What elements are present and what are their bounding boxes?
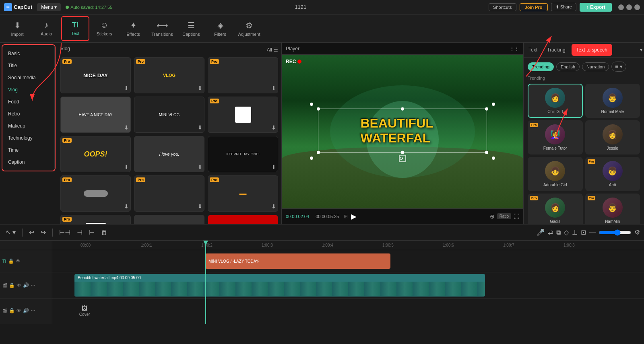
close-button[interactable] (634, 4, 640, 10)
export-button[interactable]: ↑ Export (580, 3, 612, 12)
playhead[interactable] (205, 241, 206, 324)
cover-button[interactable]: 🖼 Cover (74, 305, 95, 317)
download-icon[interactable]: ⬇ (271, 85, 276, 91)
voice-female-tutor[interactable]: Pro 👩‍🏫 Female Tutor (528, 120, 583, 154)
sidebar-item-vlog[interactable]: Vlog (2, 84, 54, 96)
template-item-5[interactable]: MINI VLOG ⬇ (134, 97, 204, 133)
handle-tm[interactable] (401, 107, 404, 111)
join-pro-button[interactable]: Join Pro (520, 3, 548, 11)
download-icon[interactable]: ⬇ (198, 203, 202, 210)
screenshot-button[interactable]: ⊕ (490, 213, 495, 220)
video-track-more[interactable]: ⋯ (31, 282, 35, 288)
video-track-visibility[interactable]: 👁 (17, 282, 21, 288)
tool-transitions[interactable]: ⟷ Transitions (148, 16, 176, 41)
settings-button[interactable]: ⚙ (634, 229, 640, 236)
template-item-13[interactable]: Pro ⬇ (60, 215, 131, 224)
minimize-button[interactable] (618, 4, 624, 10)
template-item-8[interactable]: I love you. ⬇ (134, 136, 204, 172)
maximize-button[interactable] (626, 4, 632, 10)
tool-audio[interactable]: ♪ Audio (32, 16, 60, 41)
tool-effects[interactable]: ✦ Effects (119, 16, 147, 41)
sidebar-item-retro[interactable]: Retro (2, 108, 54, 120)
trim-left-button[interactable]: ⊣ (75, 228, 84, 237)
delete-button[interactable]: 🗑 (99, 228, 109, 237)
layer-button[interactable]: ⧉ (556, 229, 561, 236)
outer-handle-tr[interactable] (492, 103, 495, 106)
link-button[interactable]: ⇄ (548, 229, 553, 236)
download-icon[interactable]: ⬇ (198, 85, 202, 91)
template-item-15[interactable]: ⬇ (208, 215, 278, 224)
handle-tr[interactable] (485, 107, 488, 111)
menu-button[interactable]: Menu ▾ (37, 3, 61, 11)
tool-captions[interactable]: ☰ Captions (177, 16, 205, 41)
template-item-11[interactable]: Pro ⬇ (134, 175, 204, 212)
cover-track-lock[interactable]: 🔒 (9, 308, 15, 313)
cover-track-audio[interactable]: 🔊 (23, 308, 29, 313)
handle-tl[interactable] (317, 107, 320, 111)
download-icon[interactable]: ⬇ (124, 164, 129, 170)
shortcuts-button[interactable]: Shortcuts (489, 3, 516, 11)
voice-jessie[interactable]: 👩 Jessie (585, 120, 640, 154)
download-icon[interactable]: ⬇ (198, 124, 202, 131)
template-item-14[interactable]: WEEK IN MY LIFEDaily vlog ⬇ (134, 215, 204, 224)
all-filter[interactable]: All ☰ (267, 47, 278, 53)
voice-normal-male[interactable]: 👨 Normal Male (585, 84, 640, 118)
download-icon[interactable]: ⬇ (124, 124, 129, 131)
text-track-visibility[interactable]: 👁 (16, 258, 21, 264)
more-options-icon[interactable]: ⋮⋮ (510, 46, 519, 51)
template-item-7[interactable]: Pro OOPS! ⬇ (60, 136, 131, 172)
keyframe-button[interactable]: ◇ (564, 229, 569, 236)
cover-track-more[interactable]: ⋯ (31, 308, 35, 313)
sidebar-item-social-media[interactable]: Social media (2, 72, 54, 84)
tool-text[interactable]: TI Text (61, 16, 89, 41)
handle-br[interactable] (485, 151, 488, 154)
zoom-slider[interactable] (599, 229, 631, 236)
sidebar-item-caption[interactable]: Caption (2, 156, 54, 168)
tab-text[interactable]: Text (524, 43, 542, 57)
download-icon[interactable]: ⬇ (124, 85, 129, 91)
filter-more-button[interactable]: ≡ ▾ (611, 62, 626, 72)
video-clip[interactable]: Beautiful waterfall.mp4 00:00:05:00 (74, 274, 485, 297)
zoom-out-button[interactable]: — (589, 229, 596, 236)
trim-right-button[interactable]: ⊢ (87, 228, 96, 237)
template-item-4[interactable]: HAVE A NICE DAY ⬇ (60, 97, 131, 133)
filter-english[interactable]: English (556, 62, 580, 71)
voice-chill-girl[interactable]: 👩 Chill Girl (528, 84, 583, 118)
handle-bl[interactable] (317, 151, 320, 154)
tab-tracking[interactable]: Tracking (542, 43, 570, 57)
sidebar-item-title[interactable]: Title (2, 60, 54, 72)
outer-handle-br[interactable] (492, 157, 495, 160)
ratio-button[interactable]: Ratio (497, 213, 511, 219)
text-track-lock[interactable]: 🔒 (8, 258, 14, 264)
template-item-9[interactable]: KEEPFIT DAY ONE! ⬇ (208, 136, 278, 172)
handle-bm[interactable] (401, 151, 404, 154)
download-icon[interactable]: ⬇ (124, 203, 129, 210)
fullscreen-button[interactable]: ⛶ (514, 213, 519, 220)
voice-nammin[interactable]: Pro 👨 NamMin (585, 194, 640, 224)
filter-trending[interactable]: Trending (528, 62, 554, 71)
download-icon[interactable]: ⬇ (198, 164, 202, 170)
sidebar-item-time[interactable]: Time (2, 144, 54, 156)
split2-button[interactable]: ⊥ (572, 229, 578, 236)
template-item-2[interactable]: Pro VLOG ⬇ (134, 57, 204, 93)
split-button[interactable]: ⊢⊣ (58, 228, 72, 237)
tool-import[interactable]: ⬇ Import (3, 16, 31, 41)
play-button[interactable]: ▶ (351, 212, 357, 221)
rotate-handle[interactable]: ⟳ (399, 155, 406, 162)
sidebar-item-makeup[interactable]: Makeup (2, 120, 54, 132)
tool-adjustment[interactable]: ⚙ Adjustment (235, 16, 263, 41)
redo-button[interactable]: ↪ (39, 228, 47, 237)
sidebar-item-basic[interactable]: Basic (2, 47, 54, 60)
cover-track-visibility[interactable]: 👁 (17, 308, 21, 313)
select-tool-button[interactable]: ↖ ▾ (4, 228, 17, 237)
outer-handle-tl[interactable] (310, 103, 313, 106)
download-icon[interactable]: ⬇ (271, 203, 276, 210)
video-track-lock[interactable]: 🔒 (9, 282, 15, 288)
template-item-10[interactable]: Pro ⬇ (60, 175, 131, 212)
share-button[interactable]: ⬆ Share (551, 3, 576, 11)
mic-button[interactable]: 🎤 (537, 229, 545, 236)
sidebar-item-technology[interactable]: Technology (2, 132, 54, 144)
thumbnail-button[interactable]: ⊡ (581, 229, 586, 236)
tool-stickers[interactable]: ☺ Stickers (90, 16, 118, 41)
download-icon[interactable]: ⬇ (271, 164, 276, 170)
